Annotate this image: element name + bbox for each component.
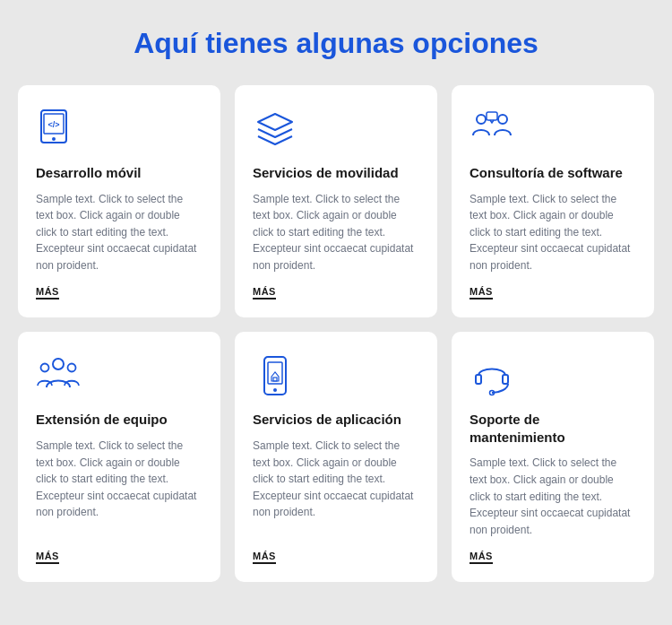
page-wrapper: Aquí tienes algunas opciones </> Desarro… [18, 27, 654, 582]
card-mobile-dev-text: Sample text. Click to select the text bo… [36, 191, 202, 274]
svg-marker-4 [258, 114, 292, 130]
card-app-services: Servicios de aplicación Sample text. Cli… [235, 332, 437, 582]
card-team-extension-link[interactable]: MÁS [36, 551, 59, 564]
svg-point-9 [41, 364, 49, 372]
card-mobile-dev: </> Desarrollo móvil Sample text. Click … [18, 85, 220, 317]
consulting-icon [470, 107, 514, 152]
card-app-services-link[interactable]: MÁS [253, 551, 276, 564]
card-software-consulting-text: Sample text. Click to select the text bo… [470, 191, 636, 274]
card-mobility-services-title: Servicios de movilidad [253, 164, 399, 182]
card-maintenance-support-text: Sample text. Click to select the text bo… [470, 455, 636, 538]
card-maintenance-support-link[interactable]: MÁS [470, 551, 493, 564]
svg-rect-12 [268, 362, 282, 384]
card-software-consulting-title: Consultoría de software [470, 164, 623, 182]
card-software-consulting-link[interactable]: MÁS [470, 286, 493, 299]
svg-point-10 [68, 364, 76, 372]
svg-point-5 [477, 115, 486, 124]
card-mobility-services: Servicios de movilidad Sample text. Clic… [235, 85, 437, 317]
card-maintenance-support-title: Soporte de mantenimiento [470, 411, 636, 446]
card-mobility-services-text: Sample text. Click to select the text bo… [253, 191, 419, 274]
cards-grid: </> Desarrollo móvil Sample text. Click … [18, 85, 654, 582]
card-team-extension-title: Extensión de equipo [36, 411, 168, 429]
card-mobility-services-link[interactable]: MÁS [253, 286, 276, 299]
card-maintenance-support: Soporte de mantenimiento Sample text. Cl… [452, 332, 654, 582]
card-software-consulting: Consultoría de software Sample text. Cli… [452, 85, 654, 317]
layers-icon [253, 107, 297, 152]
card-team-extension: Extensión de equipo Sample text. Click t… [18, 332, 220, 582]
svg-rect-7 [487, 112, 497, 120]
code-mobile-icon: </> [36, 107, 81, 152]
page-title: Aquí tienes algunas opciones [18, 27, 654, 60]
app-icon [253, 353, 297, 398]
svg-rect-16 [503, 375, 508, 384]
svg-point-6 [498, 115, 507, 124]
svg-point-8 [53, 359, 64, 369]
svg-rect-15 [476, 375, 481, 384]
svg-point-3 [52, 137, 56, 141]
svg-text:</>: </> [47, 120, 59, 129]
team-icon [36, 353, 81, 398]
card-mobile-dev-link[interactable]: MÁS [36, 286, 59, 299]
svg-point-13 [273, 388, 277, 392]
card-app-services-title: Servicios de aplicación [253, 411, 401, 429]
svg-rect-14 [273, 378, 277, 381]
card-app-services-text: Sample text. Click to select the text bo… [253, 438, 419, 538]
headset-icon [470, 353, 514, 398]
card-mobile-dev-title: Desarrollo móvil [36, 164, 142, 182]
card-team-extension-text: Sample text. Click to select the text bo… [36, 438, 202, 538]
